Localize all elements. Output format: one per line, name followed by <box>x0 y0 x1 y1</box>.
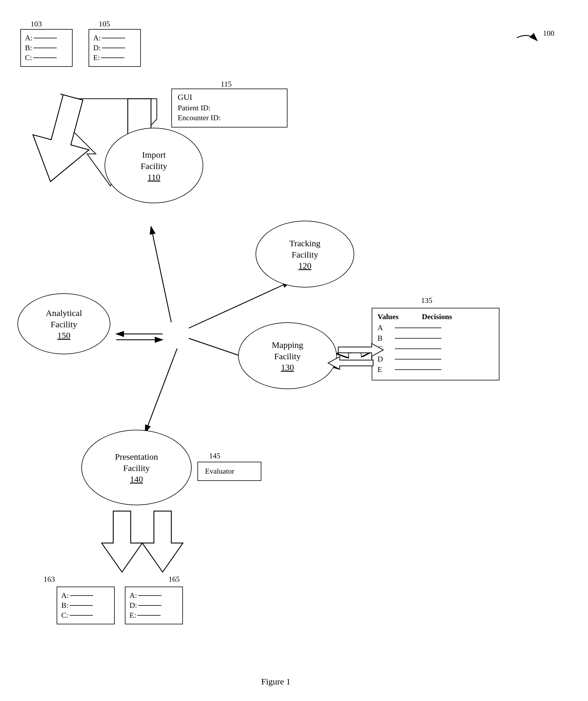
vd-col-values: Values <box>377 312 399 321</box>
svg-marker-14 <box>142 511 183 572</box>
form-165-rule-e <box>137 615 161 616</box>
form-105-label-a: A: <box>93 34 101 42</box>
form-163-rule-b <box>70 605 93 606</box>
form-165-label-e: E: <box>129 611 136 620</box>
ref-115: 115 <box>221 80 232 88</box>
form-165-label-d: D: <box>129 601 137 610</box>
vd-row-a-label: A <box>377 323 392 332</box>
svg-line-11 <box>145 348 177 433</box>
form-105-label-e: E: <box>93 53 100 62</box>
analytical-facility-number: 150 <box>57 330 70 340</box>
ref-163: 163 <box>44 575 55 584</box>
form-105-rule-e <box>101 57 124 58</box>
import-facility-number: 110 <box>148 172 160 182</box>
tracking-facility: TrackingFacility 120 <box>256 221 354 287</box>
form-105-label-d: D: <box>93 43 101 52</box>
form-163-label-c: C: <box>61 611 68 620</box>
form-163-label-b: B: <box>61 601 68 610</box>
vd-row-b-rule <box>395 338 442 338</box>
form-165-rule-a <box>138 595 162 596</box>
ref-103: 103 <box>30 20 42 28</box>
vd-row-d-label: D <box>377 355 392 364</box>
ref-105: 105 <box>99 20 110 28</box>
figure-caption: Figure 1 <box>232 677 319 687</box>
form-105-rule-a <box>102 38 125 38</box>
form-103-rule-b <box>33 48 57 48</box>
vd-row-c-rule <box>395 348 442 349</box>
form-103-rule-c <box>33 57 57 58</box>
mapping-facility-label: MappingFacility <box>272 339 303 362</box>
form-163-label-a: A: <box>61 591 69 600</box>
form-165: A: D: E: <box>125 587 183 624</box>
svg-line-7 <box>189 282 290 328</box>
vd-row-d-rule <box>395 359 442 360</box>
ref-135: 135 <box>421 296 432 305</box>
vd-row-e-rule <box>395 370 442 370</box>
evaluator-label: Evaluator <box>205 467 254 476</box>
presentation-facility: PresentationFacility 140 <box>81 430 192 505</box>
gui-box: GUI Patient ID: Encounter ID: <box>171 88 287 128</box>
analytical-facility: AnalyticalFacility 150 <box>17 293 110 354</box>
vd-col-decisions: Decisions <box>422 312 452 321</box>
presentation-facility-label: PresentationFacility <box>115 451 158 474</box>
svg-line-17 <box>338 352 371 354</box>
vd-box: Values Decisions A B C D E <box>372 308 500 381</box>
form-165-rule-d <box>138 605 162 606</box>
vd-row-b-label: B <box>377 334 392 343</box>
vd-row-a-rule <box>395 327 442 328</box>
mapping-facility-number: 130 <box>281 363 294 372</box>
ref-165: 165 <box>169 575 180 584</box>
tracking-facility-label: TrackingFacility <box>289 238 320 260</box>
ref-145: 145 <box>209 452 220 460</box>
mapping-facility: MappingFacility 130 <box>238 322 337 389</box>
presentation-facility-number: 140 <box>130 474 143 484</box>
patient-id-label: Patient ID: <box>178 104 211 112</box>
analytical-facility-label: AnalyticalFacility <box>46 307 82 330</box>
encounter-id-label: Encounter ID: <box>178 113 221 122</box>
form-105-rule-d <box>102 48 125 48</box>
svg-marker-4 <box>22 90 101 189</box>
form-103: A: B: C: <box>20 29 73 67</box>
import-facility-label: ImportFacility <box>140 149 167 172</box>
ref-100: 100 <box>543 29 554 38</box>
gui-label: GUI <box>178 93 281 102</box>
form-103-label-c: C: <box>25 53 32 62</box>
form-165-label-a: A: <box>129 591 137 600</box>
form-163-rule-a <box>70 595 93 596</box>
form-105: A: D: E: <box>88 29 141 67</box>
import-facility: ImportFacility 110 <box>104 128 203 203</box>
vd-row-e-label: E <box>377 365 392 374</box>
form-163: A: B: C: <box>57 587 115 624</box>
svg-marker-13 <box>102 511 142 572</box>
svg-line-6 <box>151 227 171 322</box>
form-103-rule-a <box>34 38 57 38</box>
form-163-rule-c <box>70 615 93 616</box>
form-103-label-b: B: <box>25 43 32 52</box>
tracking-facility-number: 120 <box>298 261 312 271</box>
evaluator-box: Evaluator <box>198 462 261 481</box>
vd-row-c-label: C <box>377 344 392 353</box>
form-103-label-a: A: <box>25 34 32 42</box>
